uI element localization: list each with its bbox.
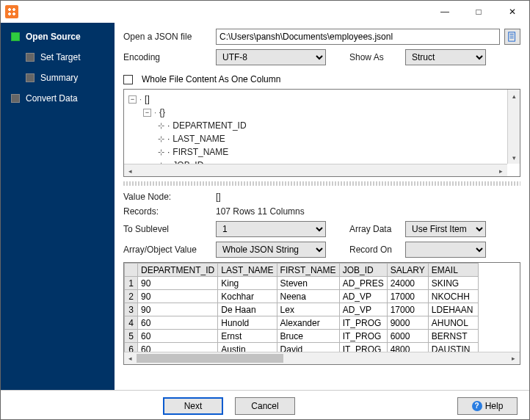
sidebar-item-label: Open Source	[26, 32, 81, 42]
table-row[interactable]: 460HunoldAlexanderIT_PROG9000AHUNOL	[125, 316, 479, 330]
sublevel-label: To Sublevel	[123, 224, 211, 234]
tree-hscrollbar[interactable]: ◂▸	[124, 164, 507, 176]
cell[interactable]: IT_PROG	[339, 330, 387, 343]
arraydata-select[interactable]: Use First Item	[405, 221, 486, 237]
cell[interactable]: AD_VP	[339, 303, 387, 316]
document-icon	[507, 32, 518, 42]
row-number: 6	[125, 343, 138, 352]
status-box-icon	[11, 94, 20, 103]
cell[interactable]: 17000	[387, 290, 428, 303]
value-node-value: []	[216, 192, 221, 202]
cell[interactable]: SKING	[428, 277, 478, 290]
file-path-input[interactable]	[216, 29, 500, 45]
next-button[interactable]: Next	[163, 397, 223, 415]
help-button[interactable]: ?Help	[457, 397, 518, 415]
cell[interactable]: AHUNOL	[428, 316, 478, 330]
maximize-button[interactable]: □	[462, 1, 495, 23]
sidebar-item-summary[interactable]: Summary	[1, 70, 115, 90]
cell[interactable]: LDEHAAN	[428, 303, 478, 316]
column-header[interactable]: SALARY	[387, 264, 428, 277]
svg-rect-0	[509, 32, 515, 41]
value-node-label: Value Node:	[123, 192, 211, 202]
cell[interactable]: 90	[138, 290, 218, 303]
cell[interactable]: AD_PRES	[339, 277, 387, 290]
cell[interactable]: Steven	[277, 277, 339, 290]
table-row[interactable]: 660AustinDavidIT_PROG4800DAUSTIN	[125, 343, 479, 352]
cell[interactable]: Hunold	[218, 316, 277, 330]
cell[interactable]: Ernst	[218, 330, 277, 343]
cell[interactable]: 9000	[387, 316, 428, 330]
tree-node-object[interactable]: {}	[159, 107, 165, 117]
sidebar-item-label: Set Target	[40, 52, 80, 62]
column-header[interactable]: DEPARTMENT_ID	[138, 264, 218, 277]
close-button[interactable]: ✕	[495, 1, 529, 23]
tree-node-field[interactable]: DEPARTMENT_ID	[173, 120, 246, 131]
grid-hscrollbar[interactable]: ◂▸	[124, 352, 520, 364]
recordon-select[interactable]	[405, 242, 486, 258]
minimize-button[interactable]: —	[428, 1, 462, 23]
cell[interactable]: 4800	[387, 343, 428, 352]
json-tree[interactable]: −·[] −·{} ⊹·DEPARTMENT_ID ⊹·LAST_NAME ⊹·…	[123, 89, 520, 177]
cell[interactable]: NKOCHH	[428, 290, 478, 303]
sublevel-select[interactable]: 1	[216, 221, 326, 237]
table-row[interactable]: 560ErnstBruceIT_PROG6000BERNST	[125, 330, 479, 343]
collapse-icon[interactable]: −	[143, 109, 151, 117]
splitter[interactable]	[123, 181, 520, 186]
records-label: Records:	[123, 206, 211, 217]
footer: Next Cancel ?Help	[1, 390, 529, 420]
arraydata-label: Array Data	[349, 224, 401, 234]
cell[interactable]: 24000	[387, 277, 428, 290]
sidebar-item-convert-data[interactable]: Convert Data	[1, 90, 115, 111]
table-row[interactable]: 190KingStevenAD_PRES24000SKING	[125, 277, 479, 290]
cancel-button[interactable]: Cancel	[235, 397, 295, 415]
cell[interactable]: DAUSTIN	[428, 343, 478, 352]
table-row[interactable]: 290KochharNeenaAD_VP17000NKOCHH	[125, 290, 479, 303]
tree-node-field[interactable]: LAST_NAME	[173, 134, 225, 144]
cell[interactable]: Alexander	[277, 316, 339, 330]
browse-button[interactable]	[504, 29, 520, 45]
cell[interactable]: 90	[138, 277, 218, 290]
cell[interactable]: 60	[138, 330, 218, 343]
cell[interactable]: IT_PROG	[339, 343, 387, 352]
cell[interactable]: AD_VP	[339, 290, 387, 303]
column-header[interactable]: EMAIL	[428, 264, 478, 277]
cell[interactable]: Austin	[218, 343, 277, 352]
showas-select[interactable]: Struct	[405, 49, 486, 65]
status-box-icon	[26, 73, 35, 82]
whole-file-label: Whole File Content As One Column	[142, 74, 280, 84]
cell[interactable]: 17000	[387, 303, 428, 316]
collapse-icon[interactable]: −	[128, 95, 137, 104]
cell[interactable]: 60	[138, 343, 218, 352]
cell[interactable]: BERNST	[428, 330, 478, 343]
cell[interactable]: David	[277, 343, 339, 352]
tree-node-field[interactable]: FIRST_NAME	[173, 147, 228, 157]
cell[interactable]: Bruce	[277, 330, 339, 343]
tree-vscrollbar[interactable]: ▴▾	[507, 90, 520, 164]
help-icon: ?	[472, 401, 482, 411]
table-row[interactable]: 390De HaanLexAD_VP17000LDEHAAN	[125, 303, 479, 316]
sidebar-item-open-source[interactable]: Open Source	[1, 29, 115, 49]
row-number: 1	[125, 277, 138, 290]
cell[interactable]: 60	[138, 316, 218, 330]
cell[interactable]: IT_PROG	[339, 316, 387, 330]
encoding-select[interactable]: UTF-8	[216, 49, 326, 65]
arrobj-select[interactable]: Whole JSON String	[216, 242, 326, 258]
cell[interactable]: King	[218, 277, 277, 290]
column-header[interactable]: JOB_ID	[339, 264, 387, 277]
cell[interactable]: Lex	[277, 303, 339, 316]
status-box-icon	[11, 32, 20, 41]
column-header[interactable]: FIRST_NAME	[277, 264, 339, 277]
whole-file-checkbox[interactable]	[123, 75, 133, 84]
column-header[interactable]: LAST_NAME	[218, 264, 277, 277]
sidebar-item-set-target[interactable]: Set Target	[1, 49, 115, 70]
cell[interactable]: Kochhar	[218, 290, 277, 303]
tree-node-root[interactable]: []	[145, 94, 150, 104]
encoding-label: Encoding	[123, 52, 211, 62]
cell[interactable]: 6000	[387, 330, 428, 343]
cell[interactable]: Neena	[277, 290, 339, 303]
titlebar: — □ ✕	[1, 1, 529, 23]
sidebar: Open Source Set Target Summary Convert D…	[1, 23, 115, 390]
data-grid[interactable]: DEPARTMENT_IDLAST_NAMEFIRST_NAMEJOB_IDSA…	[123, 262, 520, 365]
cell[interactable]: De Haan	[218, 303, 277, 316]
cell[interactable]: 90	[138, 303, 218, 316]
